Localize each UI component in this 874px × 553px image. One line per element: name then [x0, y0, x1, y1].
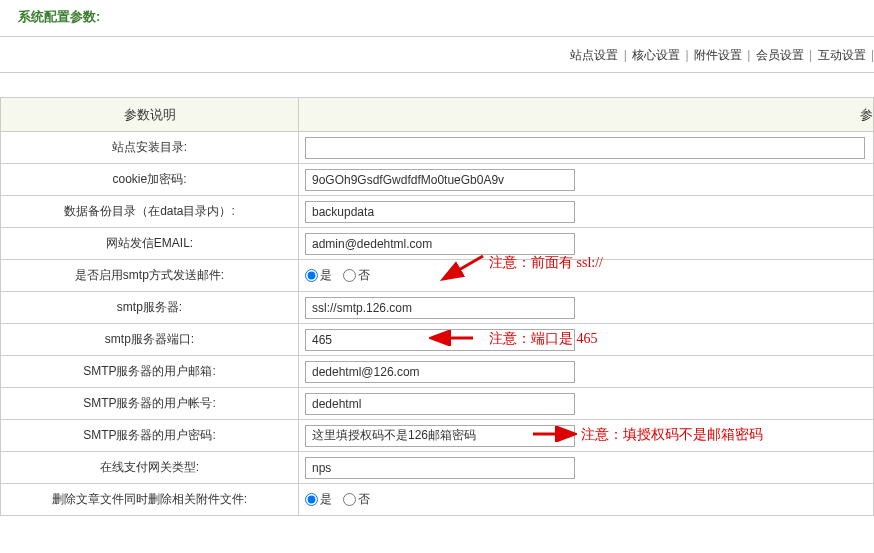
radio-no[interactable]: 否: [343, 492, 370, 506]
row-label: SMTP服务器的用户邮箱:: [1, 356, 299, 388]
table-row: 数据备份目录（在data目录内）:: [1, 196, 874, 228]
cookie-secret-input[interactable]: [305, 169, 575, 191]
nav-sep: |: [747, 48, 750, 62]
radio-no-input[interactable]: [343, 493, 356, 506]
col-header-label: 参数说明: [1, 98, 299, 132]
row-label: smtp服务器端口:: [1, 324, 299, 356]
table-row: SMTP服务器的用户密码: 注意：填授权码不是邮箱密码: [1, 420, 874, 452]
config-table: 参数说明 参 站点安装目录: cookie加密码: 数据备份目录（在data目录…: [0, 97, 874, 516]
row-label: SMTP服务器的用户帐号:: [1, 388, 299, 420]
smtp-user-account-input[interactable]: [305, 393, 575, 415]
smtp-enable-radio: 是 否: [305, 268, 378, 282]
radio-no-label: 否: [358, 492, 370, 506]
row-label: 站点安装目录:: [1, 132, 299, 164]
nav-interact[interactable]: 互动设置: [818, 48, 866, 62]
table-row: 是否启用smtp方式发送邮件: 是 否 注意：前面有 ssl://: [1, 260, 874, 292]
radio-no[interactable]: 否: [343, 268, 370, 282]
note-authcode: 注意：填授权码不是邮箱密码: [581, 426, 763, 444]
row-label: SMTP服务器的用户密码:: [1, 420, 299, 452]
table-row: 在线支付网关类型:: [1, 452, 874, 484]
install-dir-input[interactable]: [305, 137, 865, 159]
nav-attach[interactable]: 附件设置: [694, 48, 742, 62]
row-label: 删除文章文件同时删除相关附件文件:: [1, 484, 299, 516]
nav-sep: |: [624, 48, 627, 62]
radio-yes-label: 是: [320, 492, 332, 506]
nav-bar: 站点设置 | 核心设置 | 附件设置 | 会员设置 | 互动设置 |: [0, 37, 874, 73]
nav-site[interactable]: 站点设置: [570, 48, 618, 62]
col-header-value: 参: [299, 98, 874, 132]
table-row: cookie加密码:: [1, 164, 874, 196]
radio-yes-input[interactable]: [305, 493, 318, 506]
nav-core[interactable]: 核心设置: [632, 48, 680, 62]
row-label: 在线支付网关类型:: [1, 452, 299, 484]
table-row: 网站发信EMAIL:: [1, 228, 874, 260]
row-label: 是否启用smtp方式发送邮件:: [1, 260, 299, 292]
row-label: cookie加密码:: [1, 164, 299, 196]
nav-member[interactable]: 会员设置: [756, 48, 804, 62]
radio-no-input[interactable]: [343, 269, 356, 282]
table-row: SMTP服务器的用户邮箱:: [1, 356, 874, 388]
radio-yes[interactable]: 是: [305, 268, 332, 282]
row-label: 数据备份目录（在data目录内）:: [1, 196, 299, 228]
row-label: 网站发信EMAIL:: [1, 228, 299, 260]
radio-yes-input[interactable]: [305, 269, 318, 282]
pay-gateway-input[interactable]: [305, 457, 575, 479]
sender-email-input[interactable]: [305, 233, 575, 255]
backup-dir-input[interactable]: [305, 201, 575, 223]
smtp-server-input[interactable]: [305, 297, 575, 319]
table-row: smtp服务器端口: 注意：端口是 465: [1, 324, 874, 356]
page-title: 系统配置参数:: [0, 0, 874, 36]
table-row: 站点安装目录:: [1, 132, 874, 164]
table-row: 删除文章文件同时删除相关附件文件: 是 否: [1, 484, 874, 516]
radio-yes-label: 是: [320, 268, 332, 282]
nav-sep: |: [809, 48, 812, 62]
radio-no-label: 否: [358, 268, 370, 282]
smtp-port-input[interactable]: [305, 329, 575, 351]
table-row: SMTP服务器的用户帐号:: [1, 388, 874, 420]
delete-attach-radio: 是 否: [305, 492, 378, 506]
table-row: smtp服务器:: [1, 292, 874, 324]
smtp-user-password-input[interactable]: [305, 425, 575, 447]
radio-yes[interactable]: 是: [305, 492, 332, 506]
svg-line-0: [445, 256, 483, 278]
row-label: smtp服务器:: [1, 292, 299, 324]
smtp-user-email-input[interactable]: [305, 361, 575, 383]
nav-sep: |: [685, 48, 688, 62]
